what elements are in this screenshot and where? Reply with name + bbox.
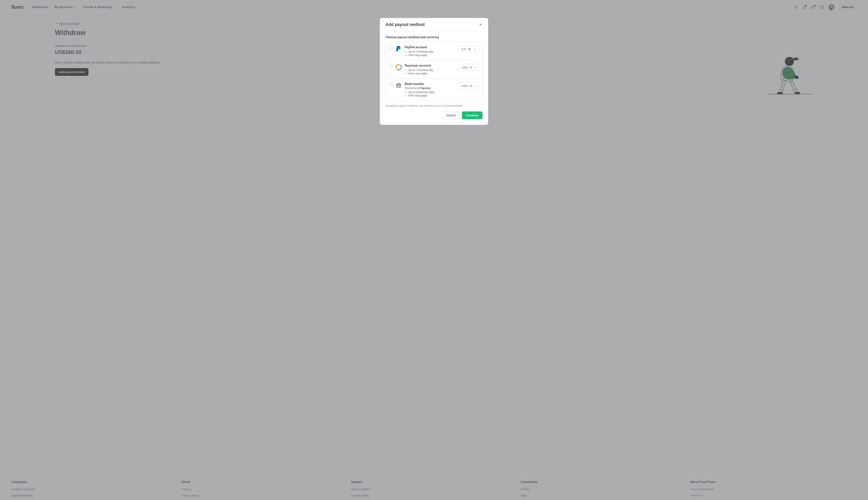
bullet: Fees may apply — [409, 72, 456, 75]
option-bullets: Up to 1 business day Fees may apply — [405, 50, 456, 57]
payout-option-bank-transfer[interactable]: Bank transfer Powered by Payoneer Up to … — [386, 79, 482, 101]
close-icon — [479, 23, 482, 26]
bullet: Up to 1 business day — [409, 50, 456, 53]
radio-payoneer[interactable] — [389, 64, 392, 68]
bullet: Fees may apply — [409, 94, 456, 97]
modal-title: Add payout method — [386, 22, 425, 27]
chevron-down-icon — [474, 66, 476, 69]
powered-label: Powered by — [405, 87, 416, 90]
bullet: Fees may apply — [409, 54, 456, 57]
currency-value: USD - $ — [461, 84, 472, 88]
bullet: Up to 1 business day — [409, 68, 456, 71]
radio-paypal[interactable] — [389, 46, 392, 49]
currency-select-bank[interactable]: USD - $ — [459, 82, 479, 89]
powered-by: Powered by Payoneer — [405, 87, 456, 90]
bullet: Up to 3 business days — [409, 91, 456, 94]
modal-subtitle: Choose payout method and currency — [386, 36, 482, 39]
add-payout-method-modal: Add payout method Choose payout method a… — [380, 18, 488, 125]
chevron-down-icon — [474, 85, 476, 87]
option-info: PayPal account Up to 1 business day Fees… — [405, 46, 456, 57]
bank-icon — [395, 82, 402, 88]
svg-point-10 — [396, 65, 401, 70]
continue-button[interactable]: Continue — [462, 111, 482, 119]
modal-overlay[interactable]: Add payout method Choose payout method a… — [0, 0, 868, 500]
paypal-icon — [395, 46, 402, 52]
close-button[interactable] — [479, 23, 482, 26]
currency-value: USD - $ — [461, 66, 472, 69]
svg-point-11 — [418, 87, 420, 89]
modal-header: Add payout method — [380, 18, 488, 31]
payout-options-list: PayPal account Up to 1 business day Fees… — [386, 42, 482, 101]
currency-value: ILS - ₪ — [461, 47, 471, 51]
option-name: PayPal account — [405, 46, 456, 49]
option-bullets: Up to 1 business day Fees may apply — [405, 68, 456, 75]
modal-footer: Cancel Continue — [380, 111, 488, 125]
cancel-button[interactable]: Cancel — [442, 111, 459, 119]
payout-option-paypal[interactable]: PayPal account Up to 1 business day Fees… — [386, 42, 482, 60]
payoneer-icon — [395, 64, 402, 70]
option-name: Payoneer account — [405, 64, 456, 67]
chevron-down-icon — [474, 48, 476, 50]
option-info: Payoneer account Up to 1 business day Fe… — [405, 64, 456, 75]
currency-select-payoneer[interactable]: USD - $ — [459, 64, 479, 71]
payoneer-small-icon — [418, 87, 420, 89]
powered-brand: Payoneer — [420, 87, 431, 90]
option-bullets: Up to 3 business days Fees may apply — [405, 91, 456, 97]
availability-note: Available payout methods are based on yo… — [386, 104, 482, 107]
modal-body: Choose payout method and currency PayPal… — [380, 31, 488, 111]
radio-bank-transfer[interactable] — [389, 83, 392, 86]
currency-select-paypal[interactable]: ILS - ₪ — [459, 46, 479, 53]
option-name: Bank transfer — [405, 82, 456, 86]
option-info: Bank transfer Powered by Payoneer Up to … — [405, 82, 456, 98]
payout-option-payoneer[interactable]: Payoneer account Up to 1 business day Fe… — [386, 60, 482, 79]
